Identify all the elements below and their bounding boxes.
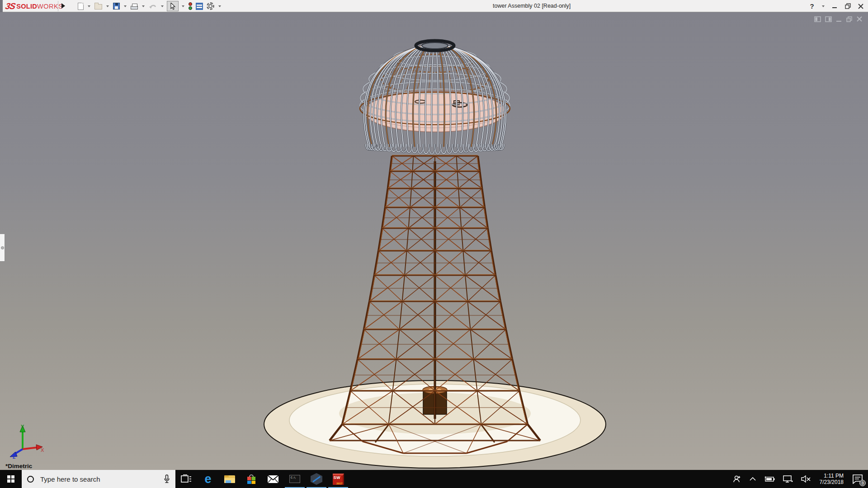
triad-y-label: Y <box>21 424 24 429</box>
close-button[interactable] <box>856 1 865 11</box>
people-icon <box>732 474 741 483</box>
taskbar-search[interactable] <box>22 470 175 488</box>
sw-letters: SW <box>334 475 341 480</box>
battery-button[interactable] <box>761 470 778 488</box>
tray-overflow-button[interactable] <box>746 470 759 488</box>
feature-manager-collapsed-tab[interactable] <box>0 234 5 262</box>
new-document-button[interactable] <box>77 1 85 11</box>
help-button[interactable]: ? <box>807 1 816 11</box>
rebuild-traffic-light-icon <box>189 2 192 10</box>
clock-date: 7/23/2018 <box>820 479 844 485</box>
document-title: tower Assembly 02 [Read-only] <box>493 0 571 12</box>
system-tray: 1:11 PM 7/23/2018 3 <box>729 470 868 488</box>
start-button[interactable] <box>0 470 22 488</box>
tower-assembly-model[interactable] <box>0 12 868 470</box>
close-icon <box>858 4 863 9</box>
clock[interactable]: 1:11 PM 7/23/2018 <box>816 473 847 485</box>
edge-button[interactable]: e <box>197 470 219 488</box>
options-caret-icon[interactable] <box>218 5 221 7</box>
open-icon <box>94 4 102 9</box>
store-button[interactable] <box>241 470 262 488</box>
network-icon <box>783 475 793 483</box>
triad-z-label: Z <box>13 455 15 459</box>
pane-right-icon[interactable] <box>825 16 832 22</box>
task-view-icon <box>181 474 192 483</box>
select-cursor-icon <box>170 3 176 10</box>
solidworks-2017-icon: SW 2017 <box>333 474 344 485</box>
orientation-triad: Y X Z <box>6 424 45 459</box>
open-button[interactable] <box>94 1 103 11</box>
undo-icon <box>149 3 157 9</box>
task-view-button[interactable] <box>175 470 197 488</box>
mail-icon <box>267 475 279 483</box>
new-document-icon <box>78 3 84 10</box>
undo-caret-icon[interactable] <box>161 5 164 7</box>
help-caret-icon[interactable] <box>822 5 825 7</box>
windows-logo-icon <box>7 475 14 483</box>
doc-restore-icon[interactable] <box>846 16 853 22</box>
save-caret-icon[interactable] <box>124 5 127 7</box>
hexagon-app-button[interactable] <box>306 470 327 488</box>
command-prompt-button[interactable]: C:\ <box>284 470 306 488</box>
save-icon <box>113 3 120 9</box>
solidworks-logo: 3S SOLID WORKS <box>5 0 63 12</box>
options-button[interactable] <box>206 1 215 11</box>
graphics-area[interactable]: Y X Z *Dimetric <box>0 12 868 470</box>
logo-text-light: WORKS <box>37 3 63 10</box>
store-icon <box>246 474 257 484</box>
people-button[interactable] <box>729 470 745 488</box>
select-tool-button[interactable] <box>167 1 179 11</box>
dassault-mark: 3S <box>5 1 16 11</box>
minimize-icon <box>832 4 837 9</box>
toolbar-separator <box>58 1 58 11</box>
search-input[interactable] <box>39 475 158 483</box>
battery-icon <box>764 476 775 482</box>
doc-minimize-icon[interactable] <box>836 16 842 22</box>
clock-time: 1:11 PM <box>820 473 844 479</box>
view-orientation-label: *Dimetric <box>5 463 32 469</box>
network-button[interactable] <box>780 470 796 488</box>
print-button[interactable] <box>130 1 139 11</box>
solidworks-2017-button[interactable]: SW 2017 <box>327 470 349 488</box>
file-properties-icon <box>196 3 203 10</box>
triad-x-label: X <box>41 447 44 453</box>
titlebar: 3S SOLID WORKS <box>0 0 868 12</box>
file-explorer-icon <box>224 474 236 484</box>
sw-year: 2017 <box>336 482 342 485</box>
doc-close-icon[interactable] <box>857 16 863 22</box>
file-properties-button[interactable] <box>195 1 204 11</box>
select-caret-icon[interactable] <box>182 5 184 7</box>
print-icon <box>131 6 138 9</box>
logo-text-bold: SOLID <box>16 3 37 10</box>
microphone-icon[interactable] <box>164 474 170 483</box>
options-gear-icon <box>207 2 214 10</box>
undo-button[interactable] <box>148 1 158 11</box>
open-caret-icon[interactable] <box>106 5 109 7</box>
document-window-controls <box>814 16 863 22</box>
save-button[interactable] <box>112 1 121 11</box>
taskbar: e C:\ SW <box>0 470 868 488</box>
cortana-icon <box>27 476 34 483</box>
rebuild-button[interactable] <box>188 1 193 11</box>
minimize-button[interactable] <box>830 1 839 11</box>
hexagon-app-icon <box>311 473 322 485</box>
notification-badge: 3 <box>859 480 866 486</box>
window-controls: ? <box>807 0 865 12</box>
window-edge <box>0 0 3 12</box>
new-document-caret-icon[interactable] <box>88 5 90 7</box>
pane-left-icon[interactable] <box>814 16 821 22</box>
print-caret-icon[interactable] <box>142 5 145 7</box>
restore-button[interactable] <box>843 1 852 11</box>
chevron-up-icon <box>750 477 756 481</box>
command-prompt-icon: C:\ <box>289 475 300 483</box>
volume-button[interactable] <box>798 470 814 488</box>
speaker-mute-icon <box>801 475 811 483</box>
menu-expand-arrow-icon[interactable] <box>61 3 65 9</box>
mail-button[interactable] <box>262 470 284 488</box>
quick-access-toolbar <box>77 1 222 11</box>
edge-icon: e <box>204 473 211 485</box>
action-center-button[interactable]: 3 <box>849 470 866 488</box>
file-explorer-button[interactable] <box>219 470 241 488</box>
restore-icon <box>845 3 851 9</box>
